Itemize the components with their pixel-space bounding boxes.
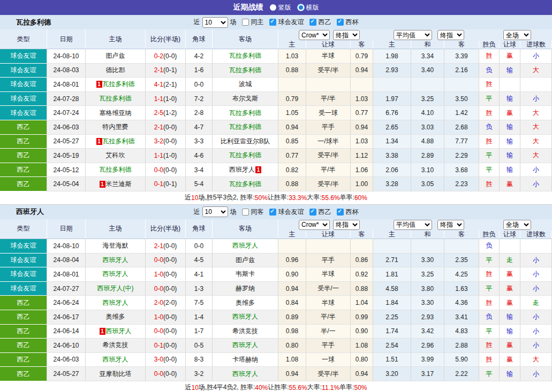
col-header-avg-away: 客 xyxy=(444,41,479,49)
avg-away-cell: 2.16 xyxy=(444,64,479,78)
match-count-select[interactable]: 10 xyxy=(202,206,228,217)
col-header-type: 类型 xyxy=(0,29,47,49)
league-label: 球会友谊 xyxy=(11,51,36,60)
avg-home-odds: 1.34 xyxy=(385,137,398,145)
full-time-score: 4-1 xyxy=(154,81,163,88)
bookmaker-select[interactable]: Crow* xyxy=(299,30,330,40)
col-header-crow-away: 客 xyxy=(351,230,373,239)
match-count-select[interactable]: 10 xyxy=(202,17,228,28)
crow-home-odds-cell: 1.03 xyxy=(278,49,306,64)
radio-icon[interactable] xyxy=(298,4,304,11)
table-row: 西乙 24-05-27 亚摩勒比塔 0-0(0-0) 3-2 西班牙人 0.94… xyxy=(0,367,552,381)
corner-count: 1-3 xyxy=(194,285,203,293)
goals-result-label: 小 xyxy=(533,256,539,265)
filter-bar: 西班牙人 近 10 场 同客 球会友谊 西乙 西杯 xyxy=(0,205,552,219)
table-row: 西乙 24-06-10 希洪竞技 0-1(0-0) 0-5 西班牙人 0.80 … xyxy=(0,339,552,353)
avg-away-odds: 2.88 xyxy=(455,342,467,349)
avg-draw-odds: 2.96 xyxy=(421,342,434,349)
col-header-goals: 进球数 xyxy=(520,41,552,49)
crow-away-odds: 0.79 xyxy=(356,52,368,60)
league-filter-checkbox-cup[interactable] xyxy=(337,209,344,216)
corner-count: 3-2 xyxy=(194,370,203,378)
away-team: 西班牙人 xyxy=(229,165,255,174)
league-filter-checkbox-laliga2[interactable] xyxy=(309,209,316,216)
layout-radio-horizontal[interactable]: 横版 xyxy=(298,3,319,12)
same-venue-checkbox[interactable] xyxy=(242,209,249,216)
average-select[interactable]: 平均值 xyxy=(394,220,432,230)
col-header-avg-home: 主 xyxy=(373,41,411,49)
final-odds-select[interactable]: 终指 xyxy=(333,220,360,230)
goals-result-cell: 小 xyxy=(520,92,552,106)
handicap-result-label: 赢 xyxy=(506,270,513,279)
scope-select[interactable]: 全场 xyxy=(503,30,531,40)
avg-home-odds: 1.81 xyxy=(385,271,398,278)
avg-draw-cell: 3.30 xyxy=(411,296,444,310)
handicap-result-cell: 赢 xyxy=(500,177,520,191)
league-label: 西乙 xyxy=(17,341,30,350)
league-cell: 西乙 xyxy=(0,296,47,310)
table-row: 球会友谊 24-08-01 1瓦拉多利德 4-1(2-1) 0-0 波城 胜 xyxy=(0,78,552,92)
final-odds-select-2[interactable]: 终指 xyxy=(437,30,464,40)
crow-away-odds-cell: 1.00 xyxy=(351,177,373,191)
red-card-badge: 1 xyxy=(255,166,261,173)
match-date: 24-05-04 xyxy=(53,180,79,188)
layout-radio-vertical[interactable]: 竖版 xyxy=(270,3,291,12)
corner-cell: 4-2 xyxy=(186,49,213,64)
final-odds-select[interactable]: 终指 xyxy=(333,30,360,40)
league-cell: 球会友谊 xyxy=(0,78,47,92)
bookmaker-select[interactable]: Crow* xyxy=(299,220,330,230)
league-filter-checkbox-friendly[interactable] xyxy=(269,209,276,216)
avg-home-odds: 3.38 xyxy=(385,152,398,159)
average-select[interactable]: 平均值 xyxy=(394,30,432,40)
games-label: 场 xyxy=(230,207,237,217)
avg-draw-cell: 2.93 xyxy=(411,310,444,325)
crow-home-odds: 0.82 xyxy=(286,166,298,174)
league-cell: 球会友谊 xyxy=(0,282,47,296)
goals-result-cell: 小 xyxy=(520,177,552,191)
table-row: 西乙 24-05-27 1瓦拉多利德 3-2(0-0) 3-3 比利亚雷亚尔B队… xyxy=(0,135,552,149)
home-team: 西班牙人 xyxy=(103,355,128,364)
match-date: 24-08-01 xyxy=(53,271,79,278)
league-label: 西乙 xyxy=(17,122,30,132)
half-time-score: (0-1) xyxy=(163,66,177,74)
crow-home-odds: 1.08 xyxy=(286,356,298,363)
avg-away-cell: 2.23 xyxy=(444,177,479,191)
same-venue-checkbox[interactable] xyxy=(242,19,249,26)
league-cell: 西乙 xyxy=(0,310,47,325)
full-time-score: 1-1 xyxy=(154,95,163,103)
full-time-score: 0-0 xyxy=(154,327,163,335)
avg-home-odds: 3.28 xyxy=(385,180,398,188)
handicap-result-cell: 赢 xyxy=(500,339,520,353)
league-filter-label-friendly: 球会友谊 xyxy=(278,18,304,27)
result-label: 胜 xyxy=(486,137,493,146)
scope-select[interactable]: 全场 xyxy=(503,220,531,230)
away-cell: 比利亚雷亚尔B队 xyxy=(213,135,278,149)
league-filter-checkbox-cup[interactable] xyxy=(337,19,344,26)
handicap-result-cell: 输 xyxy=(500,163,520,178)
crow-home-odds: 0.89 xyxy=(286,313,298,321)
crow-handicap: 一/球半 xyxy=(317,137,338,146)
result-cell: 负 xyxy=(479,120,500,135)
match-date: 24-07-24 xyxy=(53,109,79,117)
avg-away-cell: 2.68 xyxy=(444,120,479,135)
crow-home-odds-cell: 0.94 xyxy=(278,282,306,296)
full-time-score: 2-0 xyxy=(154,299,163,306)
half-time-score: (2-0) xyxy=(163,299,177,306)
crow-handicap-cell: 半球 xyxy=(306,267,351,282)
league-filter-checkbox-laliga2[interactable] xyxy=(309,19,316,26)
crow-away-odds: 1.04 xyxy=(356,299,368,306)
col-header-handicap-result: 让球 xyxy=(500,230,520,239)
league-label: 球会友谊 xyxy=(11,109,36,118)
home-team: 艾科坎 xyxy=(106,151,125,160)
final-odds-select-2[interactable]: 终指 xyxy=(437,220,464,230)
result-cell: 负 xyxy=(479,239,500,253)
table-row: 西乙 24-06-03 西班牙人 3-0(0-0) 8-3 卡塔赫纳 1.08 … xyxy=(0,353,552,367)
handicap-result-label: 输 xyxy=(506,151,513,160)
crow-handicap: 平/半 xyxy=(321,165,335,174)
handicap-result-cell: 输 xyxy=(500,120,520,135)
crow-away-odds: 0.80 xyxy=(356,356,368,363)
league-filter-checkbox-friendly[interactable] xyxy=(269,19,276,26)
goals-result-label: 小 xyxy=(533,327,539,336)
handicap-result-cell: 赢 xyxy=(500,353,520,367)
radio-icon[interactable] xyxy=(270,4,276,11)
